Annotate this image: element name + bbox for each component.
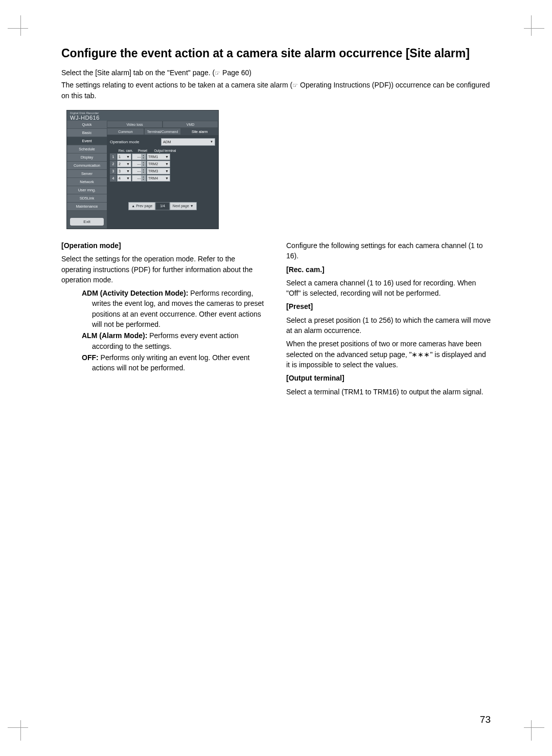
sidebar-item-display[interactable]: Display xyxy=(67,153,107,162)
preset-stepper[interactable]: ---▲▼ xyxy=(132,161,146,167)
body-text: Select the settings for the operation mo… xyxy=(61,254,266,285)
step-down-icon: ▼ xyxy=(141,178,146,181)
select-value: ADM xyxy=(163,140,171,144)
tab-terminal-command[interactable]: Terminal/Command xyxy=(144,128,181,135)
sidebar-item-basic[interactable]: Basic xyxy=(67,129,107,137)
tab-video-loss[interactable]: Video loss xyxy=(107,121,163,128)
stepper-value: --- xyxy=(137,176,141,180)
crop-mark xyxy=(519,15,544,41)
prev-page-button[interactable]: ▲ Prev page xyxy=(128,202,155,210)
rec-cam-select[interactable]: 2▼ xyxy=(117,161,131,167)
stepper-value: --- xyxy=(137,155,141,159)
crop-mark xyxy=(8,15,33,41)
sidebar-item-user-mng[interactable]: User mng. xyxy=(67,186,107,194)
intro-text: The settings relating to event actions t… xyxy=(61,80,491,101)
output-terminal-select[interactable]: TRM3▼ xyxy=(147,168,170,174)
term-adm: ADM (Activity Detection Mode): xyxy=(82,289,190,297)
term-off: OFF: xyxy=(82,353,101,362)
settings-sidebar: Quick Basic Event Schedule Display Commu… xyxy=(67,121,107,229)
row-number: 3 xyxy=(110,168,117,174)
section-heading: [Preset] xyxy=(286,301,491,312)
output-terminal-select[interactable]: TRM1▼ xyxy=(147,153,170,160)
term-alm: ALM (Alarm Mode): xyxy=(82,331,149,340)
operation-mode-label: Operation mode xyxy=(110,140,158,144)
chevron-down-icon: ▼ xyxy=(165,162,169,166)
section-heading: [Output terminal] xyxy=(286,373,491,383)
page-number: 73 xyxy=(480,714,491,725)
chevron-down-icon: ▼ xyxy=(210,140,213,143)
table-row: 4 4▼ ---▲▼ TRM4▼ xyxy=(110,175,215,182)
sidebar-item-network[interactable]: Network xyxy=(67,178,107,186)
tab-vmd[interactable]: VMD xyxy=(163,121,218,128)
chevron-down-icon: ▼ xyxy=(126,162,130,166)
row-number: 1 xyxy=(110,153,117,160)
section-heading: [Rec. cam.] xyxy=(286,264,491,275)
select-value: 2 xyxy=(119,162,121,166)
device-ui-screenshot: Digital Disk Recorder WJ-HD616 Quick Bas… xyxy=(66,110,219,229)
right-column: Configure the following settings for eac… xyxy=(286,240,491,400)
intro-part: Select the [Site alarm] tab on the "Even… xyxy=(61,69,215,77)
row-number: 2 xyxy=(110,161,117,167)
col-preset: Preset xyxy=(135,149,150,152)
list-item: OFF: Performs only writing an event log.… xyxy=(82,352,266,373)
select-value: 4 xyxy=(119,176,121,180)
preset-stepper[interactable]: ---▲▼ xyxy=(132,175,146,182)
reference-icon: ☞ xyxy=(215,70,220,77)
tab-site-alarm[interactable]: Site alarm xyxy=(181,128,218,135)
intro-part: Page 60) xyxy=(220,69,251,77)
col-rec-cam: Rec. cam. xyxy=(117,149,135,152)
sidebar-item-quick[interactable]: Quick xyxy=(67,121,107,129)
table-row: 2 2▼ ---▲▼ TRM2▼ xyxy=(110,161,215,167)
tab-common[interactable]: Common xyxy=(107,128,144,135)
sidebar-item-server[interactable]: Server xyxy=(67,170,107,178)
body-text: Select a camera channel (1 to 16) used f… xyxy=(286,278,491,299)
left-column: [Operation mode] Select the settings for… xyxy=(61,240,266,400)
output-terminal-select[interactable]: TRM2▼ xyxy=(147,161,170,167)
select-value: TRM2 xyxy=(148,162,158,166)
select-value: TRM1 xyxy=(148,155,158,159)
table-row: 3 3▼ ---▲▼ TRM3▼ xyxy=(110,168,215,174)
chevron-down-icon: ▼ xyxy=(126,155,130,159)
operation-mode-select[interactable]: ADM ▼ xyxy=(161,138,215,146)
section-heading: [Operation mode] xyxy=(61,240,266,251)
body-text: When the preset positions of two or more… xyxy=(286,339,491,370)
sidebar-item-maintenance[interactable]: Maintenance xyxy=(67,203,107,211)
col-output-terminal: Output terminal xyxy=(150,149,180,152)
preset-stepper[interactable]: ---▲▼ xyxy=(132,153,146,160)
body-text: Select a terminal (TRM1 to TRM16) to out… xyxy=(286,387,491,397)
list-item: ALM (Alarm Mode): Performs every event a… xyxy=(82,330,266,351)
sidebar-item-event[interactable]: Event xyxy=(67,137,107,145)
body-text: Configure the following settings for eac… xyxy=(286,240,491,261)
next-page-button[interactable]: Next page ▼ xyxy=(170,202,197,210)
exit-button[interactable]: Exit xyxy=(70,218,104,226)
page-count: 1/4 xyxy=(155,202,170,210)
crop-mark xyxy=(519,715,544,741)
select-value: 1 xyxy=(119,155,121,159)
list-item: ADM (Activity Detection Mode): Performs … xyxy=(82,288,266,329)
chevron-down-icon: ▼ xyxy=(126,176,130,180)
term-desc: Performs only writing an event log. Othe… xyxy=(92,353,249,372)
rec-cam-select[interactable]: 1▼ xyxy=(117,153,131,160)
chevron-down-icon: ▼ xyxy=(165,155,169,159)
table-row: 1 1▼ ---▲▼ TRM1▼ xyxy=(110,153,215,160)
stepper-value: --- xyxy=(137,169,141,173)
crop-mark xyxy=(8,715,33,741)
step-down-icon: ▼ xyxy=(141,171,146,174)
rec-cam-select[interactable]: 3▼ xyxy=(117,168,131,174)
step-down-icon: ▼ xyxy=(141,164,146,167)
output-terminal-select[interactable]: TRM4▼ xyxy=(147,175,170,182)
select-value: 3 xyxy=(119,169,121,173)
intro-part: The settings relating to event actions t… xyxy=(61,81,292,89)
body-text: Select a preset position (1 to 256) to w… xyxy=(286,315,491,336)
chevron-down-icon: ▼ xyxy=(165,176,169,180)
page-title: Configure the event action at a camera s… xyxy=(61,46,491,61)
sidebar-item-communication[interactable]: Communication xyxy=(67,162,107,170)
chevron-down-icon: ▼ xyxy=(126,169,130,173)
rec-cam-select[interactable]: 4▼ xyxy=(117,175,131,182)
row-number: 4 xyxy=(110,175,117,182)
intro-text: Select the [Site alarm] tab on the "Even… xyxy=(61,68,491,78)
preset-stepper[interactable]: ---▲▼ xyxy=(132,168,146,174)
sidebar-item-sd5link[interactable]: SD5Link xyxy=(67,194,107,203)
sidebar-item-schedule[interactable]: Schedule xyxy=(67,145,107,153)
stepper-value: --- xyxy=(137,162,141,166)
